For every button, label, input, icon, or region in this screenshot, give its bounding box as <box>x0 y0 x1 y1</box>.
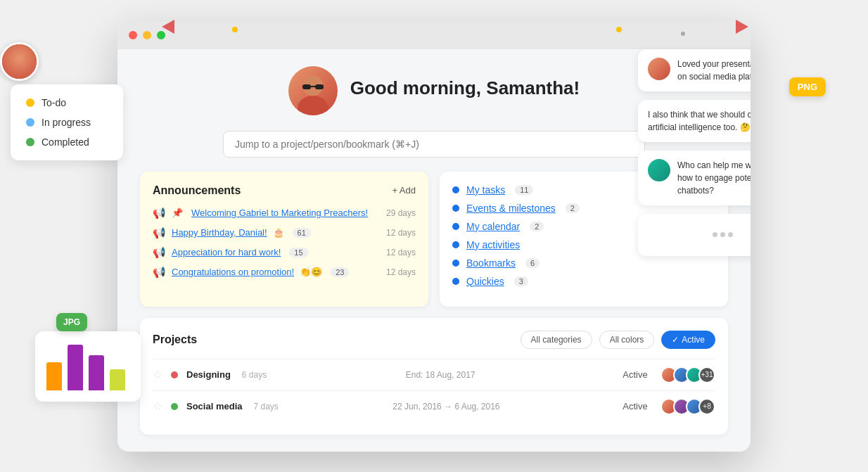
proj-days-0: 6 days <box>242 370 267 380</box>
ql-link-3[interactable]: My activities <box>466 239 520 250</box>
projects-card: Projects All categories All colors ✓Acti… <box>140 318 728 435</box>
svg-rect-4 <box>315 84 324 89</box>
ql-count-2: 2 <box>530 222 544 231</box>
proj-status-1: Active <box>614 401 656 412</box>
search-input[interactable] <box>223 131 645 158</box>
jpg-badge: JPG <box>56 313 87 331</box>
dot-1 <box>713 232 717 237</box>
announcements-title: Announcements <box>153 184 241 197</box>
deco-arrow-right <box>736 20 748 34</box>
ql-dot-0 <box>452 186 459 193</box>
megaphone-icon-0: 📢 <box>153 207 166 219</box>
announcement-badge-3: 23 <box>331 267 349 277</box>
minimize-dot[interactable] <box>143 31 151 39</box>
ql-count-4: 6 <box>525 258 540 268</box>
chat-message-2: Who can help me with understanding how t… <box>638 151 751 205</box>
user-avatar <box>288 66 338 115</box>
announcement-link-2[interactable]: Appreciation for hard work! <box>172 247 281 257</box>
chat-text-1: I also think that we should consider art… <box>648 108 751 134</box>
deco-user-avatar <box>0 42 39 81</box>
proj-dates-1: 22 Jun, 2016 → 6 Aug, 2016 <box>287 402 606 412</box>
proj-status-0: Active <box>614 369 656 380</box>
dot-2 <box>720 232 725 237</box>
legend-label-inprogress: In progress <box>42 117 91 128</box>
chat-message-1: I also think that we should consider art… <box>638 100 751 142</box>
pin-icon-0: 📌 <box>172 208 183 218</box>
proj-name-1: Social media <box>186 401 242 412</box>
legend-dot-inprogress <box>26 118 34 127</box>
proj-dot-1 <box>171 403 178 410</box>
ql-link-2[interactable]: My calendar <box>466 221 520 232</box>
announcement-item-0: 📢 📌 Welcoming Gabriel to Marketing Preac… <box>153 207 416 219</box>
close-dot[interactable] <box>129 31 137 39</box>
announcements-header: Announcements + Add <box>153 184 416 197</box>
chat-compose-area <box>638 214 751 256</box>
ql-item-4: Bookmarks 6 <box>452 257 715 269</box>
announcement-meta-0: 29 days <box>386 208 416 218</box>
bar-2 <box>68 345 83 390</box>
project-row-1: ☆ Social media 7 days 22 Jun, 2016 → 6 A… <box>153 390 715 422</box>
typing-dots <box>648 232 751 237</box>
ql-dot-3 <box>452 241 459 248</box>
legend-item-inprogress: In progress <box>26 117 108 128</box>
ql-dot-1 <box>452 205 459 212</box>
legend-item-completed: Completed <box>26 136 108 148</box>
filter-all-categories[interactable]: All categories <box>521 331 592 349</box>
ql-link-0[interactable]: My tasks <box>466 184 505 196</box>
announcement-meta-3: 12 days <box>386 267 416 277</box>
chat-text-0: Loved your presentation and your take on… <box>677 58 751 83</box>
legend-label-todo: To-do <box>42 97 66 108</box>
deco-dot-yellow-right <box>616 27 622 32</box>
chat-message-0: Loved your presentation and your take on… <box>638 49 751 91</box>
chat-avatar-2 <box>648 159 670 181</box>
proj-name-0: Designing <box>186 369 231 380</box>
announcement-badge-1: 61 <box>293 228 311 238</box>
announcement-link-3[interactable]: Congratulations on promotion! <box>172 267 294 277</box>
proj-dates-0: End: 18 Aug, 2017 <box>275 370 606 380</box>
ql-link-4[interactable]: Bookmarks <box>466 257 516 269</box>
greeting-text: Good morning, Samantha! <box>350 77 580 99</box>
star-icon-0[interactable]: ☆ <box>153 368 162 381</box>
ql-dot-4 <box>452 260 459 267</box>
browser-chrome <box>117 21 751 49</box>
bar-3 <box>89 355 104 390</box>
deco-arrow-left <box>162 20 174 34</box>
chat-text-2: Who can help me with understanding how t… <box>677 159 751 197</box>
announcement-meta-1: 12 days <box>386 228 416 238</box>
deco-bar-chart <box>35 331 141 402</box>
legend-card: To-do In progress Completed <box>11 84 123 160</box>
svg-rect-3 <box>302 84 311 89</box>
add-announcement-button[interactable]: + Add <box>392 185 416 196</box>
avatar-count-1: +8 <box>698 398 715 415</box>
ql-dot-5 <box>452 278 459 285</box>
ql-link-1[interactable]: Events & milestones <box>466 203 556 214</box>
ql-dot-2 <box>452 223 459 230</box>
projects-header: Projects All categories All colors ✓Acti… <box>153 331 715 349</box>
legend-label-completed: Completed <box>42 136 89 148</box>
proj-days-1: 7 days <box>253 402 278 412</box>
legend-dot-todo <box>26 98 34 107</box>
announcement-link-1[interactable]: Happy Birthday, Danial! <box>172 227 267 238</box>
chat-avatar-0 <box>648 58 670 80</box>
ql-link-5[interactable]: Quickies <box>466 276 504 287</box>
filter-all-colors[interactable]: All colors <box>599 331 655 349</box>
proj-dot-0 <box>171 371 178 378</box>
announcement-meta-2: 12 days <box>386 248 416 257</box>
deco-dot-yellow-left <box>232 27 238 32</box>
announcement-badge-2: 15 <box>289 248 307 257</box>
ql-item-5: Quickies 3 <box>452 276 715 287</box>
chat-messages-panel: Loved your presentation and your take on… <box>638 49 751 256</box>
megaphone-icon-1: 📢 <box>153 227 166 239</box>
projects-title: Projects <box>153 333 197 346</box>
star-icon-1[interactable]: ☆ <box>153 400 162 413</box>
announcement-link-0[interactable]: Welcoming Gabriel to Marketing Preachers… <box>191 208 368 218</box>
browser-window: Good morning, Samantha! Announcements + … <box>117 21 751 452</box>
svg-point-1 <box>298 96 328 115</box>
avatars-group-0: +31 <box>665 366 715 383</box>
legend-dot-completed <box>26 138 34 146</box>
bar-1 <box>46 362 62 390</box>
png-badge: PNG <box>789 77 826 96</box>
ql-count-5: 3 <box>514 276 528 286</box>
filter-active[interactable]: ✓Active <box>661 331 715 349</box>
announcement-item-3: 📢 Congratulations on promotion! 👏😊 23 12… <box>153 266 416 279</box>
